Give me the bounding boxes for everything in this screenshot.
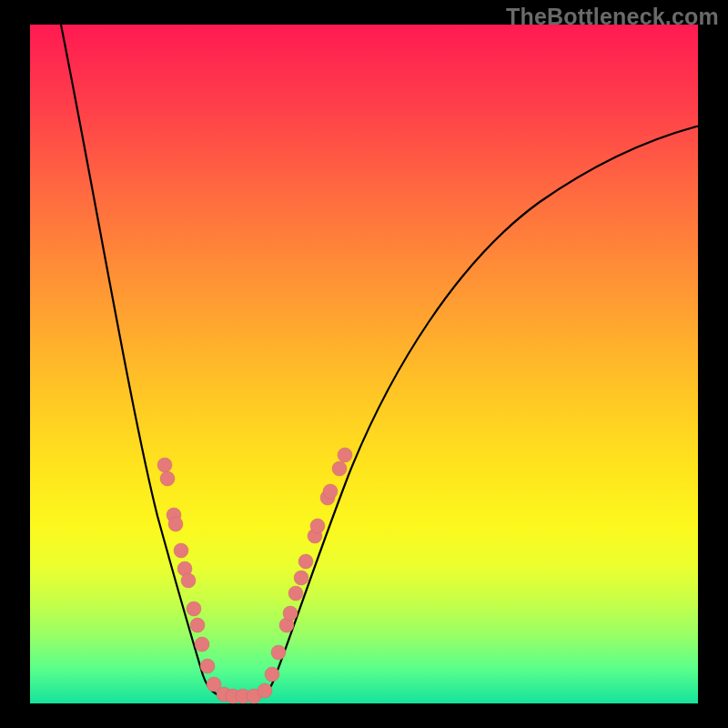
marker-point [187, 602, 201, 616]
marker-point [271, 645, 286, 660]
marker-point [294, 571, 308, 585]
marker-point [160, 471, 175, 486]
marker-point [332, 461, 347, 476]
marker-point [168, 517, 183, 531]
marker-point [323, 484, 338, 499]
marker-point [157, 458, 172, 472]
marker-point [190, 618, 205, 632]
curve-left-branch [59, 15, 252, 697]
marker-point [288, 586, 303, 601]
marker-point [298, 554, 313, 569]
marker-point [283, 606, 298, 621]
marker-point [200, 659, 215, 673]
watermark-label: TheBottleneck.com [506, 4, 719, 30]
marker-point [265, 667, 279, 682]
marker-point [174, 543, 188, 558]
curve-markers [157, 448, 352, 703]
marker-point [310, 519, 325, 533]
marker-point [258, 683, 272, 698]
marker-point [181, 573, 196, 588]
curve-right-branch [252, 125, 703, 697]
marker-point [338, 448, 352, 462]
marker-point [195, 637, 209, 652]
chart-area [30, 25, 698, 703]
chart-svg [30, 25, 698, 703]
